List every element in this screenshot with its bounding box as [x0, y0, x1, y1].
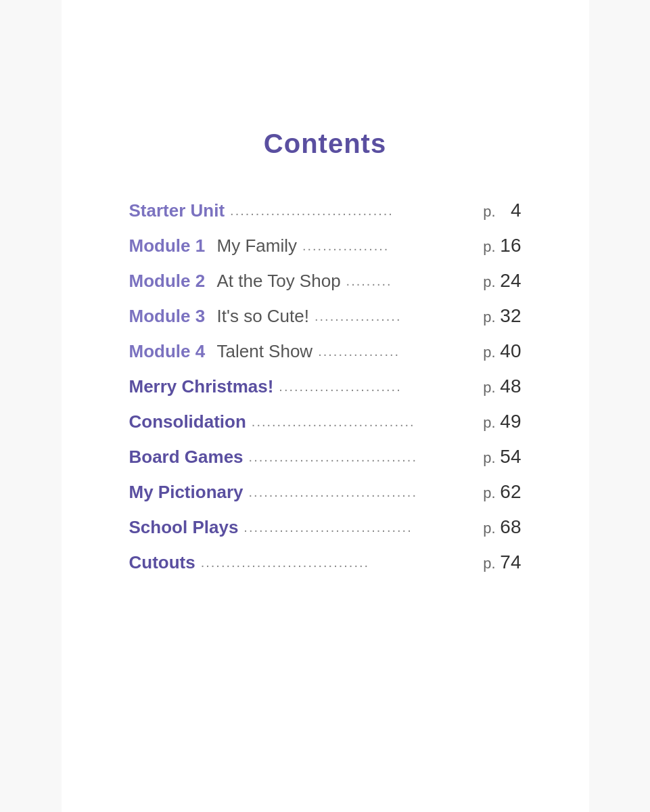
row-label: Consolidation	[129, 411, 246, 432]
page-ref: p. 40	[483, 340, 521, 362]
section-title: Merry Christmas!	[129, 376, 274, 397]
list-item: Module 4 Talent Show ................ p.…	[129, 334, 521, 369]
page-num: 32	[500, 305, 521, 327]
page-num: 16	[500, 235, 521, 256]
row-label: Board Games	[129, 447, 243, 468]
dots: ................................	[252, 414, 478, 430]
dots: .................	[315, 309, 478, 324]
page-p-label: p.	[483, 238, 495, 256]
page-p-label: p.	[483, 414, 495, 432]
page-p-label: p.	[483, 379, 495, 397]
page-p-label: p.	[483, 555, 495, 572]
page-ref: p. 54	[483, 446, 521, 468]
dots: ................	[318, 344, 478, 359]
module-title: My Family	[217, 235, 297, 256]
contents-table: Starter Unit ...........................…	[129, 193, 521, 580]
page-num: 49	[500, 411, 521, 432]
dots: .................................	[243, 520, 478, 535]
page-num: 68	[500, 516, 521, 538]
list-item: School Plays ...........................…	[129, 510, 521, 545]
page-num: 4	[500, 200, 521, 221]
list-item: My Pictionary ..........................…	[129, 474, 521, 510]
page-ref: p. 49	[483, 411, 521, 432]
page-p-label: p.	[483, 309, 495, 326]
list-item: Board Games ............................…	[129, 439, 521, 474]
list-item: Consolidation ..........................…	[129, 404, 521, 439]
module-title: At the Toy Shop	[217, 271, 341, 292]
row-label: School Plays	[129, 517, 239, 538]
section-title: School Plays	[129, 517, 239, 538]
dots: .................	[302, 238, 478, 254]
module-title: Talent Show	[217, 341, 313, 362]
dots: .................................	[249, 449, 478, 465]
page-p-label: p.	[483, 449, 495, 467]
dots: ................................	[230, 203, 478, 219]
page-ref: p. 4	[483, 200, 521, 221]
list-item: Starter Unit ...........................…	[129, 193, 521, 228]
section-title: Consolidation	[129, 411, 246, 432]
page-num: 62	[500, 481, 521, 503]
dots: .........	[346, 273, 478, 289]
row-label: Cutouts	[129, 552, 195, 573]
module-keyword: Module 2	[129, 271, 210, 292]
page-num: 48	[500, 376, 521, 397]
page-ref: p. 74	[483, 551, 521, 573]
starter-unit-label: Starter Unit	[129, 200, 225, 221]
module-keyword: Module 1	[129, 235, 210, 256]
page-num: 54	[500, 446, 521, 468]
module-keyword: Module 4	[129, 341, 210, 362]
page-num: 74	[500, 551, 521, 573]
row-label: Module 3 It's so Cute!	[129, 306, 309, 327]
page-title: Contents	[264, 129, 386, 159]
page-p-label: p.	[483, 520, 495, 537]
module-keyword: Module 3	[129, 306, 210, 327]
page-num: 40	[500, 340, 521, 362]
list-item: Merry Christmas! .......................…	[129, 369, 521, 404]
list-item: Module 1 My Family ................. p. …	[129, 228, 521, 263]
dots: .................................	[201, 555, 478, 570]
page-p-label: p.	[483, 344, 495, 361]
row-label: Starter Unit	[129, 200, 225, 221]
page-p-label: p.	[483, 484, 495, 502]
row-label: Module 1 My Family	[129, 235, 297, 256]
page-ref: p. 48	[483, 376, 521, 397]
row-label: Merry Christmas!	[129, 376, 274, 397]
page-ref: p. 68	[483, 516, 521, 538]
dots: ........................	[279, 379, 478, 394]
module-title: It's so Cute!	[217, 306, 309, 327]
row-label: Module 2 At the Toy Shop	[129, 271, 341, 292]
section-title: Board Games	[129, 447, 243, 468]
page-p-label: p.	[483, 273, 495, 291]
page-ref: p. 62	[483, 481, 521, 503]
page: Contents Starter Unit ..................…	[62, 0, 589, 812]
row-label: Module 4 Talent Show	[129, 341, 313, 362]
page-ref: p. 32	[483, 305, 521, 327]
page-ref: p. 16	[483, 235, 521, 256]
list-item: Cutouts ................................…	[129, 545, 521, 580]
list-item: Module 3 It's so Cute! .................…	[129, 298, 521, 334]
page-p-label: p.	[483, 203, 495, 221]
dots: .................................	[249, 484, 478, 500]
section-title: Cutouts	[129, 552, 195, 573]
page-num: 24	[500, 270, 521, 292]
page-ref: p. 24	[483, 270, 521, 292]
list-item: Module 2 At the Toy Shop ......... p. 24	[129, 263, 521, 298]
row-label: My Pictionary	[129, 482, 243, 503]
section-title: My Pictionary	[129, 482, 243, 503]
